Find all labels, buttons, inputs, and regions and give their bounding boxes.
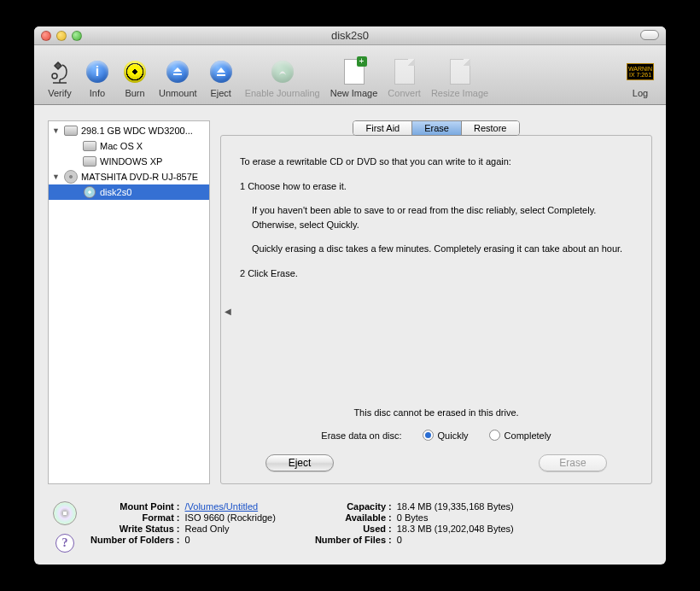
tab-row: First Aid Erase Restore bbox=[220, 120, 652, 136]
erase-options: Erase data on disc: Quickly Completely bbox=[240, 430, 633, 441]
info-right: Capacity :18.4 MB (19,335,168 Bytes) Ava… bbox=[315, 501, 514, 545]
disk-sidebar[interactable]: ▼ 298.1 GB WDC WD3200... Mac OS X WINDOW… bbox=[48, 120, 210, 484]
disc-icon bbox=[53, 501, 77, 525]
help-button[interactable]: ? bbox=[55, 534, 74, 553]
instructions-step1b: Quickly erasing a disc takes a few minut… bbox=[252, 242, 633, 256]
enable-journaling-button: Enable Journaling bbox=[240, 56, 325, 98]
burn-button[interactable]: Burn bbox=[116, 56, 154, 98]
new-image-button[interactable]: + New Image bbox=[325, 56, 383, 98]
info-icon: i bbox=[84, 56, 111, 88]
close-button[interactable] bbox=[41, 31, 51, 41]
tab-erase[interactable]: Erase bbox=[412, 121, 462, 135]
sidebar-item-hd[interactable]: ▼ 298.1 GB WDC WD3200... bbox=[49, 123, 209, 138]
journal-icon bbox=[269, 56, 296, 88]
log-icon: WARNINIX 7:261 bbox=[627, 56, 654, 88]
tab-restore[interactable]: Restore bbox=[462, 121, 519, 135]
radio-quickly[interactable]: Quickly bbox=[423, 430, 469, 441]
resize-image-button: Resize Image bbox=[426, 56, 493, 98]
radio-dot-icon bbox=[489, 430, 500, 441]
sidebar-label: disk2s0 bbox=[100, 187, 131, 197]
eject-button[interactable]: Eject bbox=[202, 56, 240, 98]
expand-caret[interactable]: ◀ bbox=[225, 307, 231, 316]
svg-rect-2 bbox=[217, 74, 225, 76]
content-area: ▼ 298.1 GB WDC WD3200... Mac OS X WINDOW… bbox=[34, 105, 666, 493]
app-window: disk2s0 Verify i Info Burn Unmount bbox=[34, 26, 666, 565]
sidebar-item-macosx[interactable]: Mac OS X bbox=[49, 138, 209, 154]
convert-icon bbox=[391, 56, 418, 88]
info-button[interactable]: i Info bbox=[79, 56, 116, 98]
svg-point-0 bbox=[52, 73, 57, 79]
log-button[interactable]: WARNINIX 7:261 Log bbox=[621, 56, 659, 98]
info-left: Mount Point :/Volumes/Untitled Format :I… bbox=[90, 501, 276, 545]
footer: ? Mount Point :/Volumes/Untitled Format … bbox=[34, 493, 666, 565]
convert-button: Convert bbox=[382, 56, 426, 98]
sidebar-label: 298.1 GB WDC WD3200... bbox=[81, 126, 193, 136]
traffic-lights bbox=[41, 31, 82, 41]
mount-point-link[interactable]: /Volumes/Untitled bbox=[185, 501, 259, 512]
resize-icon bbox=[446, 56, 474, 88]
instructions-step1: 1 Choose how to erase it. bbox=[240, 179, 633, 194]
sidebar-item-dvdrive[interactable]: ▼ MATSHITA DVD-R UJ-857E bbox=[49, 169, 209, 184]
sidebar-label: WINDOWS XP bbox=[100, 156, 162, 167]
microscope-icon bbox=[46, 56, 73, 88]
verify-button[interactable]: Verify bbox=[41, 56, 79, 98]
svg-rect-1 bbox=[173, 73, 182, 75]
radio-completely[interactable]: Completely bbox=[489, 430, 551, 441]
burn-icon bbox=[121, 56, 149, 88]
sidebar-label: MATSHITA DVD-R UJ-857E bbox=[81, 172, 198, 182]
eject-icon bbox=[207, 56, 235, 88]
instructions-step1a: If you haven't been able to save to or r… bbox=[252, 203, 633, 231]
erase-panel: ◀ To erase a rewritable CD or DVD so tha… bbox=[220, 135, 652, 484]
titlebar[interactable]: disk2s0 bbox=[34, 26, 666, 45]
erase-action-button: Erase bbox=[539, 454, 607, 471]
sidebar-item-windows[interactable]: WINDOWS XP bbox=[49, 154, 209, 169]
zoom-button[interactable] bbox=[72, 31, 82, 41]
tab-first-aid[interactable]: First Aid bbox=[353, 121, 412, 135]
erase-label: Erase data on disc: bbox=[321, 430, 401, 441]
unmount-button[interactable]: Unmount bbox=[154, 56, 202, 98]
unmount-icon bbox=[164, 56, 191, 88]
toolbar-toggle-pill[interactable] bbox=[640, 30, 659, 40]
instructions-intro: To erase a rewritable CD or DVD so that … bbox=[240, 155, 633, 169]
toolbar: Verify i Info Burn Unmount bbox=[34, 45, 666, 105]
eject-action-button[interactable]: Eject bbox=[265, 454, 334, 471]
main-panel: First Aid Erase Restore ◀ To erase a rew… bbox=[220, 120, 652, 484]
minimize-button[interactable] bbox=[56, 31, 67, 41]
sidebar-label: Mac OS X bbox=[100, 141, 143, 151]
erase-warning: This disc cannot be erased in this drive… bbox=[240, 407, 633, 418]
radio-dot-icon bbox=[423, 430, 434, 441]
instructions-step2: 2 Click Erase. bbox=[240, 266, 633, 281]
window-title: disk2s0 bbox=[34, 29, 666, 42]
new-image-icon: + bbox=[341, 56, 368, 88]
sidebar-item-disk2s0[interactable]: disk2s0 bbox=[49, 184, 209, 200]
